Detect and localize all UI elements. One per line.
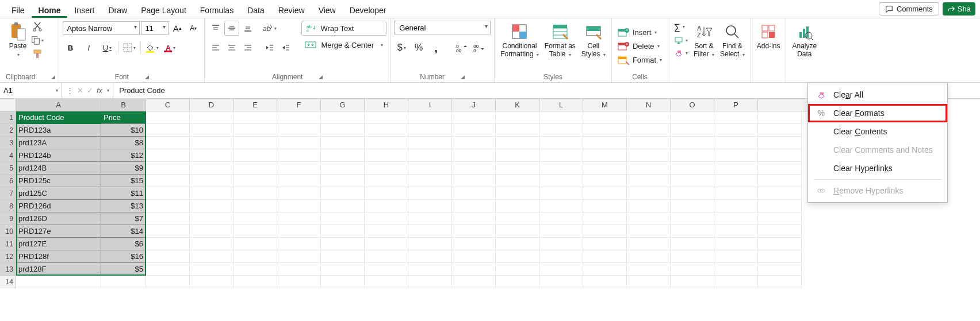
cell[interactable] — [714, 238, 758, 250]
format-painter-button[interactable] — [31, 48, 44, 60]
menu-draw[interactable]: Draw — [101, 2, 134, 18]
cell[interactable] — [277, 149, 321, 162]
cell[interactable] — [233, 238, 277, 250]
sort-filter-button[interactable]: AZ Sort & Filter ▾ — [691, 21, 717, 60]
cell[interactable] — [190, 111, 233, 124]
wrap-text-button[interactable]: abc Wrap Text — [301, 21, 386, 36]
cell[interactable] — [714, 276, 758, 288]
cell[interactable] — [758, 276, 802, 288]
cell[interactable] — [365, 212, 408, 225]
cell[interactable] — [190, 149, 233, 162]
share-button[interactable]: Sha — [943, 2, 975, 16]
increase-decimal-button[interactable]: .0.00 — [454, 40, 469, 55]
cell[interactable] — [452, 149, 496, 162]
col-header[interactable]: M — [583, 99, 627, 111]
alignment-dialog-launcher[interactable]: ◢ — [319, 74, 323, 80]
cell[interactable] — [583, 263, 627, 276]
cell[interactable]: PRD125c — [16, 175, 101, 187]
font-dialog-launcher[interactable]: ◢ — [145, 74, 149, 80]
cell[interactable] — [452, 124, 496, 137]
borders-button[interactable]: ▾ — [122, 40, 137, 55]
increase-font-button[interactable]: A▴ — [170, 21, 185, 36]
cell[interactable]: prd124B — [16, 162, 101, 175]
cell[interactable] — [146, 137, 190, 149]
decrease-font-button[interactable]: A▾ — [186, 21, 201, 36]
cell[interactable] — [758, 149, 802, 162]
cell[interactable] — [539, 250, 583, 263]
cell[interactable] — [365, 200, 408, 212]
cell[interactable] — [539, 212, 583, 225]
cell[interactable] — [627, 263, 671, 276]
cell[interactable]: prd126D — [16, 212, 101, 225]
cell[interactable]: $9 — [101, 162, 146, 175]
cell[interactable] — [714, 225, 758, 238]
cell[interactable] — [758, 162, 802, 175]
cell[interactable] — [671, 162, 714, 175]
cell[interactable] — [146, 111, 190, 124]
menu-data[interactable]: Data — [240, 2, 271, 18]
cell[interactable] — [627, 175, 671, 187]
cell[interactable]: PRD128f — [16, 250, 101, 263]
cell[interactable] — [714, 200, 758, 212]
italic-button[interactable]: I — [81, 40, 96, 55]
menu-home[interactable]: Home — [32, 2, 68, 18]
name-box-input[interactable] — [3, 86, 44, 95]
cell[interactable] — [496, 124, 539, 137]
cell[interactable] — [233, 137, 277, 149]
cell[interactable] — [146, 263, 190, 276]
cell[interactable] — [627, 276, 671, 288]
cut-button[interactable] — [31, 21, 44, 32]
cell[interactable] — [671, 263, 714, 276]
cell[interactable] — [714, 111, 758, 124]
cell[interactable] — [539, 175, 583, 187]
cell[interactable] — [233, 111, 277, 124]
cell[interactable] — [539, 111, 583, 124]
cell[interactable] — [627, 212, 671, 225]
cell[interactable] — [714, 137, 758, 149]
cell[interactable] — [408, 124, 452, 137]
cell[interactable] — [277, 124, 321, 137]
cell[interactable] — [627, 187, 671, 200]
row-header[interactable]: 3 — [0, 137, 16, 149]
menu-developer[interactable]: Developer — [343, 2, 393, 18]
col-header[interactable]: B — [101, 99, 146, 111]
font-name-select[interactable] — [63, 21, 140, 35]
name-box[interactable]: ▾ — [0, 83, 62, 98]
col-header[interactable]: J — [452, 99, 496, 111]
fill-button[interactable]: ▾ — [672, 35, 690, 45]
font-size-select[interactable] — [141, 21, 169, 35]
cell[interactable] — [365, 111, 408, 124]
cell[interactable] — [583, 149, 627, 162]
menu-review[interactable]: Review — [271, 2, 312, 18]
comma-format-button[interactable]: , — [428, 40, 443, 55]
accounting-format-button[interactable]: $▾ — [394, 40, 409, 55]
cell[interactable] — [758, 250, 802, 263]
cell[interactable] — [496, 200, 539, 212]
cell[interactable] — [583, 124, 627, 137]
cell[interactable] — [190, 212, 233, 225]
cell[interactable] — [496, 263, 539, 276]
align-top-button[interactable] — [208, 21, 223, 36]
cell[interactable] — [321, 111, 365, 124]
cell[interactable] — [583, 162, 627, 175]
cell[interactable] — [539, 162, 583, 175]
cell[interactable] — [146, 200, 190, 212]
cell[interactable] — [321, 124, 365, 137]
cell[interactable] — [277, 276, 321, 288]
analyze-data-button[interactable]: Analyze Data — [790, 21, 819, 60]
cell[interactable] — [671, 175, 714, 187]
cell[interactable] — [539, 276, 583, 288]
cell[interactable] — [408, 250, 452, 263]
clipboard-dialog-launcher[interactable]: ◢ — [51, 74, 55, 80]
cell[interactable] — [671, 276, 714, 288]
cell[interactable] — [758, 175, 802, 187]
row-header[interactable]: 9 — [0, 212, 16, 225]
col-header[interactable]: I — [408, 99, 452, 111]
cell[interactable] — [452, 212, 496, 225]
row-header[interactable]: 4 — [0, 149, 16, 162]
cell[interactable] — [146, 175, 190, 187]
cell[interactable] — [233, 162, 277, 175]
cell[interactable] — [277, 250, 321, 263]
percent-format-button[interactable]: % — [411, 40, 426, 55]
cell[interactable] — [452, 137, 496, 149]
